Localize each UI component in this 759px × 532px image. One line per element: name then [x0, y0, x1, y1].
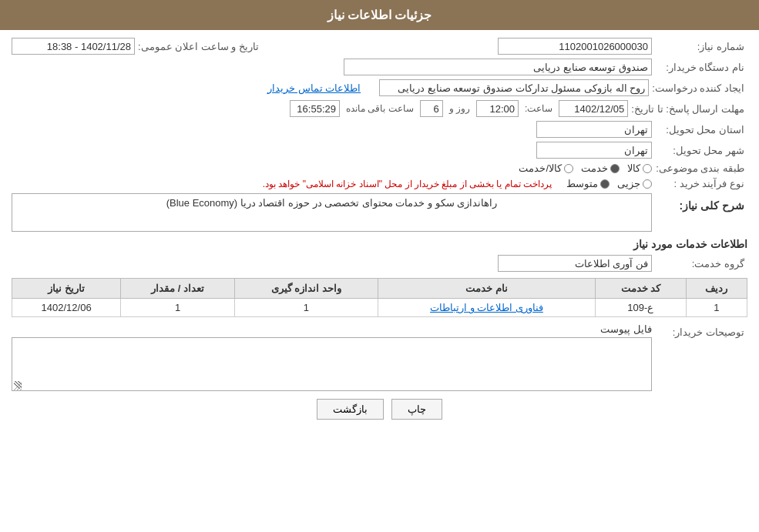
creator-label: ایجاد کننده درخواست:: [652, 82, 747, 94]
need-description-content: راهاندازی سکو و خدمات محتوای تخصصی در حو…: [12, 193, 652, 232]
category-label: طبقه بندی موضوعی:: [655, 162, 747, 174]
deadline-days-field: 6: [420, 100, 443, 117]
need-number-label: شماره نیاز:: [655, 41, 747, 52]
need-number-field: 1102001026000030: [498, 38, 652, 55]
deadline-remaining-field: 16:55:29: [290, 100, 340, 117]
need-description-box: راهاندازی سکو و خدمات محتوای تخصصی در حو…: [12, 193, 652, 232]
radio-jozi-circle: [643, 179, 652, 189]
creator-field: روح اله بازوکی مسئول تداركات صندوق توسعه…: [379, 79, 649, 96]
need-description-label: شرح کلی نیاز:: [655, 199, 747, 212]
city-row: شهر محل تحویل: تهران: [12, 142, 747, 159]
deadline-days-label: روز و: [449, 103, 470, 114]
buyer-notes-box[interactable]: [12, 337, 652, 391]
process-option-jozi[interactable]: جزیی: [617, 178, 652, 189]
back-button[interactable]: بازگشت: [317, 399, 384, 420]
process-radio-group: جزیی متوسط: [566, 178, 652, 189]
buyer-org-label: نام دستگاه خریدار:: [655, 62, 747, 73]
province-field: تهران: [536, 121, 652, 138]
service-group-row: گروه خدمت: فن آوری اطلاعات: [12, 255, 747, 272]
services-section-title: اطلاعات خدمات مورد نیاز: [12, 238, 747, 250]
city-field: تهران: [536, 142, 652, 159]
deadline-row: مهلت ارسال پاسخ: تا تاریخ: 1402/12/05 سا…: [12, 100, 747, 117]
category-radio-group: کالا خدمت کالا/خدمت: [519, 162, 652, 174]
resize-icon: [14, 383, 22, 390]
radio-khedmat-circle: [610, 164, 620, 173]
page-title: جزئیات اطلاعات نیاز: [327, 8, 432, 22]
service-group-field: فن آوری اطلاعات: [498, 255, 652, 272]
col-radif: ردیف: [686, 279, 747, 299]
services-table-section: ردیف کد خدمت نام خدمت واحد اندازه گیری ت…: [12, 278, 747, 317]
page-header: جزئیات اطلاعات نیاز: [0, 0, 759, 30]
need-number-row: شماره نیاز: 1102001026000030 تاریخ و ساع…: [12, 38, 747, 55]
announcement-label: تاریخ و ساعت اعلان عمومی:: [138, 41, 262, 52]
col-qty: تعداد / مقدار: [121, 279, 235, 299]
svg-line-2: [20, 389, 22, 390]
radio-kala-khedmat-circle: [564, 164, 573, 173]
city-label: شهر محل تحویل:: [655, 145, 747, 156]
services-table: ردیف کد خدمت نام خدمت واحد اندازه گیری ت…: [12, 278, 747, 317]
col-unit: واحد اندازه گیری: [234, 279, 378, 299]
process-note: پرداخت تمام یا بخشی از مبلغ خریدار از مح…: [12, 179, 552, 189]
category-row: طبقه بندی موضوعی: کالا خدمت کالا/خدمت: [12, 162, 747, 174]
creator-row: ایجاد کننده درخواست: روح اله بازوکی مسئو…: [12, 79, 747, 96]
deadline-date-field: 1402/12/05: [559, 100, 628, 117]
deadline-time-label: ساعت:: [525, 103, 552, 114]
service-group-label: گروه خدمت:: [655, 258, 747, 269]
category-option-khedmat[interactable]: خدمت: [581, 162, 620, 174]
attachment-label: فایل پیوست: [12, 323, 652, 335]
resize-handle[interactable]: [14, 381, 22, 389]
deadline-remaining-label: ساعت باقی مانده: [346, 103, 414, 114]
deadline-time-field: 12:00: [476, 100, 519, 117]
buyer-notes-content: فایل پیوست: [12, 323, 652, 391]
col-date: تاریخ نیاز: [12, 279, 121, 299]
table-row: 1ع-109فناوری اطلاعات و ارتباطات111402/12…: [12, 299, 747, 317]
announcement-field: 1402/11/28 - 18:38: [12, 38, 135, 55]
buyer-notes-label: توصیحات خریدار:: [655, 323, 747, 338]
process-option-motevaset[interactable]: متوسط: [566, 178, 610, 189]
buyer-notes-row: توصیحات خریدار: فایل پیوست: [12, 323, 747, 391]
category-option-kala[interactable]: کالا: [627, 162, 652, 174]
action-buttons: چاپ بازگشت: [12, 399, 747, 427]
process-row: نوع فرآیند خرید : جزیی متوسط پرداخت تمام…: [12, 178, 747, 189]
print-button[interactable]: چاپ: [391, 399, 442, 420]
category-option-kala-khedmat[interactable]: کالا/خدمت: [519, 162, 573, 174]
need-description-row: شرح کلی نیاز: راهاندازی سکو و خدمات محتو…: [12, 193, 747, 232]
process-label: نوع فرآیند خرید :: [655, 178, 747, 189]
buyer-org-row: نام دستگاه خریدار: صندوق توسعه صنایع دری…: [12, 59, 747, 75]
radio-kala-circle: [643, 164, 652, 173]
table-header-row: ردیف کد خدمت نام خدمت واحد اندازه گیری ت…: [12, 279, 747, 299]
province-label: استان محل تحویل:: [655, 124, 747, 136]
deadline-label: مهلت ارسال پاسخ: تا تاریخ:: [631, 103, 747, 115]
province-row: استان محل تحویل: تهران: [12, 121, 747, 138]
radio-motevaset-circle: [600, 179, 610, 189]
col-code: کد خدمت: [595, 279, 686, 299]
contact-link[interactable]: اطلاعات تماس خریدار: [267, 82, 361, 94]
col-name: نام خدمت: [378, 279, 596, 299]
buyer-org-field: صندوق توسعه صنایع دریایی: [344, 59, 652, 75]
